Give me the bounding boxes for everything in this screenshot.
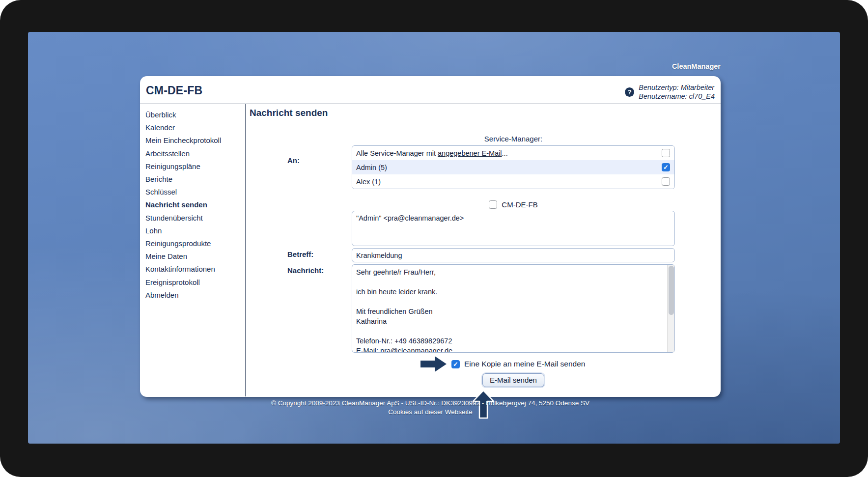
check-icon: ✓ xyxy=(663,164,669,170)
list-item-label: Alle Service-Manager mit angegebener E-M… xyxy=(356,149,508,157)
scrollbar-track[interactable] xyxy=(667,265,674,352)
help-icon[interactable]: ? xyxy=(625,87,634,97)
page-footer: © Copyright 2009-2023 CleanManager ApS -… xyxy=(140,399,721,417)
cmdefb-checkbox-row: ✓ CM-DE-FB xyxy=(352,200,675,209)
sidebar-item-meine-daten[interactable]: Meine Daten xyxy=(145,250,245,263)
send-email-button[interactable]: E-Mail senden xyxy=(482,373,544,387)
checkbox-cmdefb[interactable]: ✓ xyxy=(489,200,497,209)
sidebar-item-nachricht-senden[interactable]: Nachricht senden xyxy=(145,198,245,211)
message-textarea[interactable]: Sehr geehrte/r Frau/Herr, ich bin heute … xyxy=(352,264,675,353)
cookies-link[interactable]: Cookies auf dieser Webseite xyxy=(140,408,721,417)
service-manager-listbox: Alle Service-Manager mit angegebener E-M… xyxy=(352,145,675,189)
cleanmanager-logo: CleanManager xyxy=(140,62,721,70)
message-textarea-wrap: Sehr geehrte/r Frau/Herr, ich bin heute … xyxy=(352,264,675,353)
message-label: Nachricht: xyxy=(287,266,324,275)
user-name-label: Benutzername: cl70_E4 xyxy=(639,92,715,101)
service-manager-group-label: Service-Manager: xyxy=(352,135,675,143)
sidebar-item-reinigungsprodukte[interactable]: Reinigungsprodukte xyxy=(145,237,245,250)
page-title: CM-DE-FB xyxy=(146,82,202,97)
checkbox-alex[interactable]: ✓ xyxy=(662,177,670,186)
sidebar-item-eincheckprotokoll[interactable]: Mein Eincheckprotokoll xyxy=(145,134,245,147)
sidebar-item-stundenuebersicht[interactable]: Stundenübersicht xyxy=(145,212,245,224)
content-heading: Nachricht senden xyxy=(250,108,328,118)
sidebar-item-arbeitsstellen[interactable]: Arbeitsstellen xyxy=(145,147,245,160)
user-lines: Benutzertyp: Mitarbeiter Benutzername: c… xyxy=(639,83,715,101)
checkbox-send-copy[interactable]: ✓ xyxy=(451,360,460,368)
sidebar-item-reinigungsplaene[interactable]: Reinigungspläne xyxy=(145,160,245,173)
list-item-label: Admin (5) xyxy=(356,164,387,171)
list-item-alex[interactable]: Alex (1) ✓ xyxy=(352,174,674,189)
user-type-label: Benutzertyp: Mitarbeiter xyxy=(639,83,715,92)
sidebar-item-kalender[interactable]: Kalender xyxy=(145,121,245,134)
sidebar-item-lohn[interactable]: Lohn xyxy=(145,224,245,237)
subject-label: Betreff: xyxy=(287,250,313,258)
recipient-email-textarea[interactable]: "Admin" <pra@cleanmanager.de> xyxy=(352,211,675,246)
sidebar-nav: Überblick Kalender Mein Eincheckprotokol… xyxy=(140,104,246,396)
content-area: Nachricht senden An: Service-Manager: Al… xyxy=(246,104,721,396)
copy-checkbox-label: Eine Kopie an meine E-Mail senden xyxy=(464,360,585,368)
panel-header: CM-DE-FB ? Benutzertyp: Mitarbeiter Benu… xyxy=(140,76,721,104)
sidebar-item-ueberblick[interactable]: Überblick xyxy=(145,109,245,121)
subject-input[interactable] xyxy=(352,248,675,262)
panel-body: Überblick Kalender Mein Eincheckprotokol… xyxy=(140,104,721,396)
checkbox-admin[interactable]: ✓ xyxy=(662,163,670,171)
copy-checkbox-row: ✓ Eine Kopie an meine E-Mail senden xyxy=(420,356,585,372)
list-item-admin[interactable]: Admin (5) ✓ xyxy=(352,160,674,174)
device-frame: CleanManager CM-DE-FB ? Benutzertyp: Mit… xyxy=(0,0,868,477)
sidebar-item-kontaktinformationen[interactable]: Kontaktinformationen xyxy=(145,263,245,276)
app-panel: CM-DE-FB ? Benutzertyp: Mitarbeiter Benu… xyxy=(140,76,721,397)
to-label: An: xyxy=(287,156,300,165)
scrollbar-thumb[interactable] xyxy=(669,266,674,315)
sidebar-item-schluessel[interactable]: Schlüssel xyxy=(145,186,245,198)
desktop-background: CleanManager CM-DE-FB ? Benutzertyp: Mit… xyxy=(28,32,840,444)
copyright-text: © Copyright 2009-2023 CleanManager ApS -… xyxy=(140,399,721,408)
checkbox-all-service-manager[interactable]: ✓ xyxy=(662,149,670,157)
list-item-all-service-manager[interactable]: Alle Service-Manager mit angegebener E-M… xyxy=(352,146,674,160)
button-row: E-Mail senden xyxy=(352,373,675,387)
cmdefb-label: CM-DE-FB xyxy=(502,200,537,209)
check-icon: ✓ xyxy=(453,361,458,367)
sidebar-item-berichte[interactable]: Berichte xyxy=(145,173,245,186)
sidebar-item-ereignisprotokoll[interactable]: Ereignisprotokoll xyxy=(145,276,245,289)
user-info: ? Benutzertyp: Mitarbeiter Benutzername:… xyxy=(625,82,715,101)
list-item-label: Alex (1) xyxy=(356,178,381,186)
annotation-arrow-right-icon xyxy=(420,356,447,372)
sidebar-item-abmelden[interactable]: Abmelden xyxy=(145,289,245,302)
